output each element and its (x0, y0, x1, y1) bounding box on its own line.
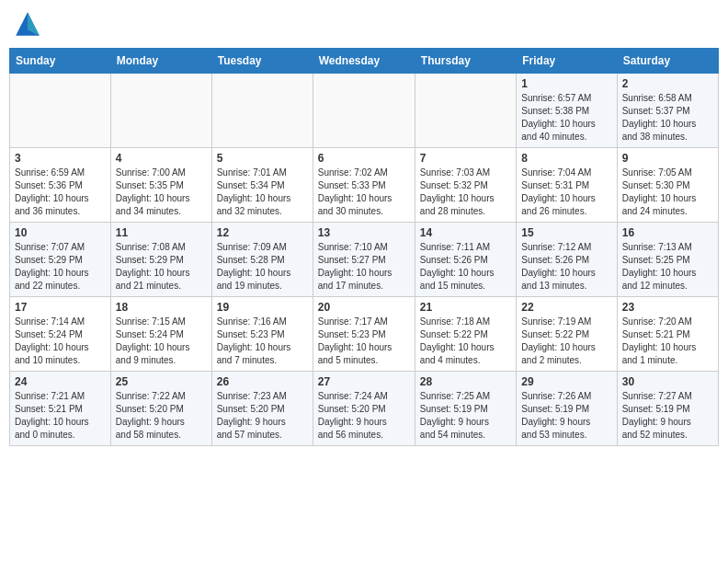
day-info: Sunrise: 7:23 AM Sunset: 5:20 PM Dayligh… (217, 390, 308, 442)
weekday-header: Wednesday (313, 49, 415, 74)
day-info: Sunrise: 7:12 AM Sunset: 5:26 PM Dayligh… (521, 241, 611, 293)
calendar-day-cell: 23Sunrise: 7:20 AM Sunset: 5:21 PM Dayli… (617, 297, 718, 372)
calendar-day-cell: 10Sunrise: 7:07 AM Sunset: 5:29 PM Dayli… (10, 223, 111, 297)
calendar-day-cell: 19Sunrise: 7:16 AM Sunset: 5:23 PM Dayli… (211, 297, 313, 372)
calendar-week-row: 24Sunrise: 7:21 AM Sunset: 5:21 PM Dayli… (10, 372, 719, 446)
day-number: 11 (116, 226, 207, 239)
day-info: Sunrise: 7:13 AM Sunset: 5:25 PM Dayligh… (622, 241, 713, 293)
day-info: Sunrise: 7:24 AM Sunset: 5:20 PM Dayligh… (318, 390, 410, 442)
calendar-week-row: 1Sunrise: 6:57 AM Sunset: 5:38 PM Daylig… (10, 74, 719, 148)
day-info: Sunrise: 7:21 AM Sunset: 5:21 PM Dayligh… (15, 390, 106, 442)
calendar-day-cell: 16Sunrise: 7:13 AM Sunset: 5:25 PM Dayli… (617, 223, 718, 297)
day-number: 29 (521, 375, 611, 388)
day-info: Sunrise: 7:20 AM Sunset: 5:21 PM Dayligh… (622, 316, 713, 367)
calendar-day-cell: 18Sunrise: 7:15 AM Sunset: 5:24 PM Dayli… (110, 297, 211, 372)
day-info: Sunrise: 6:57 AM Sunset: 5:38 PM Dayligh… (521, 92, 611, 144)
day-info: Sunrise: 7:02 AM Sunset: 5:33 PM Dayligh… (318, 167, 410, 218)
calendar-day-cell: 21Sunrise: 7:18 AM Sunset: 5:22 PM Dayli… (415, 297, 516, 372)
day-number: 30 (622, 375, 713, 388)
day-info: Sunrise: 7:09 AM Sunset: 5:28 PM Dayligh… (217, 241, 308, 293)
day-number: 19 (217, 301, 308, 314)
logo-icon (13, 9, 42, 39)
day-number: 3 (15, 152, 106, 165)
day-number: 26 (217, 375, 308, 388)
calendar-day-cell: 17Sunrise: 7:14 AM Sunset: 5:24 PM Dayli… (10, 297, 111, 372)
calendar-day-cell: 1Sunrise: 6:57 AM Sunset: 5:38 PM Daylig… (517, 74, 617, 148)
calendar-day-cell (415, 74, 516, 148)
day-number: 27 (318, 375, 410, 388)
calendar-day-cell: 26Sunrise: 7:23 AM Sunset: 5:20 PM Dayli… (211, 372, 313, 446)
day-info: Sunrise: 7:07 AM Sunset: 5:29 PM Dayligh… (15, 241, 106, 293)
day-info: Sunrise: 7:00 AM Sunset: 5:35 PM Dayligh… (116, 167, 207, 218)
day-number: 10 (15, 226, 106, 239)
calendar-week-row: 3Sunrise: 6:59 AM Sunset: 5:36 PM Daylig… (10, 148, 719, 223)
calendar-day-cell: 2Sunrise: 6:58 AM Sunset: 5:37 PM Daylig… (617, 74, 718, 148)
calendar-week-row: 10Sunrise: 7:07 AM Sunset: 5:29 PM Dayli… (10, 223, 719, 297)
day-number: 15 (521, 226, 611, 239)
calendar-table: SundayMondayTuesdayWednesdayThursdayFrid… (9, 48, 719, 446)
day-info: Sunrise: 7:22 AM Sunset: 5:20 PM Dayligh… (116, 390, 207, 442)
day-number: 9 (622, 152, 713, 165)
day-number: 16 (622, 226, 713, 239)
weekday-header: Thursday (415, 49, 516, 74)
calendar-day-cell (10, 74, 111, 148)
day-info: Sunrise: 7:04 AM Sunset: 5:31 PM Dayligh… (521, 167, 611, 218)
day-number: 6 (318, 152, 410, 165)
weekday-header: Friday (517, 49, 617, 74)
calendar-day-cell (110, 74, 211, 148)
day-info: Sunrise: 7:25 AM Sunset: 5:19 PM Dayligh… (420, 390, 511, 442)
day-number: 14 (420, 226, 511, 239)
day-info: Sunrise: 6:59 AM Sunset: 5:36 PM Dayligh… (15, 167, 106, 218)
day-number: 4 (116, 152, 207, 165)
weekday-header-row: SundayMondayTuesdayWednesdayThursdayFrid… (10, 49, 719, 74)
day-info: Sunrise: 7:19 AM Sunset: 5:22 PM Dayligh… (521, 316, 611, 367)
calendar-day-cell: 12Sunrise: 7:09 AM Sunset: 5:28 PM Dayli… (211, 223, 313, 297)
calendar-day-cell: 15Sunrise: 7:12 AM Sunset: 5:26 PM Dayli… (517, 223, 617, 297)
calendar-day-cell: 4Sunrise: 7:00 AM Sunset: 5:35 PM Daylig… (110, 148, 211, 223)
calendar-day-cell: 14Sunrise: 7:11 AM Sunset: 5:26 PM Dayli… (415, 223, 516, 297)
day-info: Sunrise: 7:16 AM Sunset: 5:23 PM Dayligh… (217, 316, 308, 367)
calendar-day-cell: 29Sunrise: 7:26 AM Sunset: 5:19 PM Dayli… (517, 372, 617, 446)
day-info: Sunrise: 7:05 AM Sunset: 5:30 PM Dayligh… (622, 167, 713, 218)
weekday-header: Saturday (617, 49, 718, 74)
calendar-day-cell: 3Sunrise: 6:59 AM Sunset: 5:36 PM Daylig… (10, 148, 111, 223)
calendar-day-cell: 20Sunrise: 7:17 AM Sunset: 5:23 PM Dayli… (313, 297, 415, 372)
calendar-day-cell: 28Sunrise: 7:25 AM Sunset: 5:19 PM Dayli… (415, 372, 516, 446)
day-number: 18 (116, 301, 207, 314)
day-info: Sunrise: 7:11 AM Sunset: 5:26 PM Dayligh… (420, 241, 511, 293)
calendar-day-cell: 25Sunrise: 7:22 AM Sunset: 5:20 PM Dayli… (110, 372, 211, 446)
logo (13, 9, 46, 39)
day-info: Sunrise: 6:58 AM Sunset: 5:37 PM Dayligh… (622, 92, 713, 144)
calendar-day-cell (313, 74, 415, 148)
day-number: 8 (521, 152, 611, 165)
weekday-header: Tuesday (211, 49, 313, 74)
day-number: 21 (420, 301, 511, 314)
day-number: 22 (521, 301, 611, 314)
calendar-day-cell (211, 74, 313, 148)
calendar-day-cell: 24Sunrise: 7:21 AM Sunset: 5:21 PM Dayli… (10, 372, 111, 446)
day-number: 23 (622, 301, 713, 314)
page-header (9, 9, 719, 39)
weekday-header: Sunday (10, 49, 111, 74)
day-info: Sunrise: 7:03 AM Sunset: 5:32 PM Dayligh… (420, 167, 511, 218)
day-number: 1 (521, 77, 611, 90)
weekday-header: Monday (110, 49, 211, 74)
day-info: Sunrise: 7:01 AM Sunset: 5:34 PM Dayligh… (217, 167, 308, 218)
day-number: 17 (15, 301, 106, 314)
day-number: 12 (217, 226, 308, 239)
calendar-day-cell: 30Sunrise: 7:27 AM Sunset: 5:19 PM Dayli… (617, 372, 718, 446)
calendar-day-cell: 6Sunrise: 7:02 AM Sunset: 5:33 PM Daylig… (313, 148, 415, 223)
day-number: 24 (15, 375, 106, 388)
calendar-day-cell: 7Sunrise: 7:03 AM Sunset: 5:32 PM Daylig… (415, 148, 516, 223)
day-number: 2 (622, 77, 713, 90)
day-info: Sunrise: 7:27 AM Sunset: 5:19 PM Dayligh… (622, 390, 713, 442)
day-number: 13 (318, 226, 410, 239)
day-info: Sunrise: 7:17 AM Sunset: 5:23 PM Dayligh… (318, 316, 410, 367)
day-info: Sunrise: 7:14 AM Sunset: 5:24 PM Dayligh… (15, 316, 106, 367)
day-number: 20 (318, 301, 410, 314)
day-info: Sunrise: 7:26 AM Sunset: 5:19 PM Dayligh… (521, 390, 611, 442)
day-number: 25 (116, 375, 207, 388)
day-info: Sunrise: 7:08 AM Sunset: 5:29 PM Dayligh… (116, 241, 207, 293)
day-number: 5 (217, 152, 308, 165)
day-number: 28 (420, 375, 511, 388)
